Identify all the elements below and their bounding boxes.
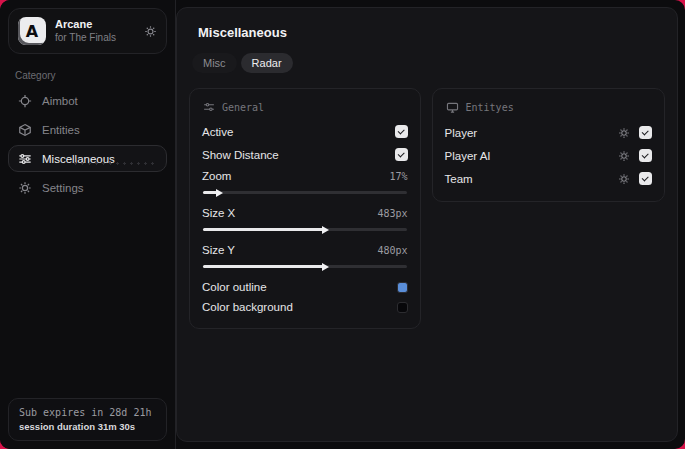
subscription-card: Sub expires in 28d 21h session duration … [8,398,167,441]
page-title: Miscellaneous [198,25,665,40]
crosshair-icon [18,94,32,108]
slider-fill [203,228,325,231]
setting-row-size-y: Size Y 480px [202,240,408,268]
gear-icon[interactable] [618,127,630,139]
app-title: Arcane [55,18,135,32]
setting-label: Show Distance [202,149,279,161]
panel-header-label: General [222,102,264,113]
entity-label: Player [445,127,478,139]
category-label: Category [15,70,167,81]
entity-label: Team [445,173,473,185]
sidebar-item-label: Settings [42,182,84,194]
check-icon [642,128,649,135]
setting-row-size-x: Size X 483px [202,203,408,231]
setting-label: Zoom [202,170,231,182]
entity-label: Player AI [445,150,491,162]
sidebar-nav: Aimbot Entities Miscellaneous [8,87,167,201]
logo-card: A Arcane for The Finals [8,8,167,54]
player-checkbox[interactable] [639,126,652,139]
panel-header-label: Entityes [466,102,514,113]
setting-row-show-distance: Show Distance [202,143,408,166]
slider-thumb[interactable] [216,189,223,197]
tab-radar[interactable]: Radar [241,53,293,73]
sub-expiry-text: Sub expires in 28d 21h [19,407,156,418]
sidebar-item-label: Aimbot [42,95,78,107]
sidebar-item-settings[interactable]: Settings [8,174,167,201]
dot-pattern-decoration [72,160,156,167]
setting-row-zoom: Zoom 17% [202,166,408,194]
size-x-slider[interactable] [203,228,407,231]
monitor-icon [446,101,459,114]
entity-row-player: Player [445,121,652,144]
setting-label: Color background [202,301,293,313]
entities-panel: Entityes Player Player AI [432,88,665,202]
setting-label: Color outline [202,281,267,293]
active-checkbox[interactable] [395,125,408,138]
color-background-swatch[interactable] [397,302,408,313]
check-icon [397,150,404,157]
show-distance-checkbox[interactable] [395,148,408,161]
session-duration-text: session duration 31m 30s [19,421,156,432]
gear-icon[interactable] [144,25,157,38]
app-window: A Arcane for The Finals Category Aimbot [0,0,685,449]
sliders-icon [18,152,32,166]
app-subtitle: for The Finals [55,32,135,45]
slider-fill [203,265,325,268]
tab-misc[interactable]: Misc [192,53,237,73]
entity-row-player-ai: Player AI [445,144,652,167]
check-icon [642,174,649,181]
setting-row-active: Active [202,120,408,143]
color-outline-swatch[interactable] [397,282,408,293]
sidebar: A Arcane for The Finals Category Aimbot [0,0,176,449]
general-panel: General Active Show Distance Zoom 17% [189,88,421,329]
setting-label: Size Y [202,244,235,256]
gear-icon[interactable] [618,173,630,185]
gear-icon[interactable] [618,150,630,162]
zoom-slider[interactable] [203,191,407,194]
setting-label: Size X [202,207,235,219]
entity-row-team: Team [445,167,652,190]
check-icon [642,151,649,158]
zoom-value: 17% [389,171,407,182]
gear-icon [18,181,32,195]
sidebar-item-miscellaneous[interactable]: Miscellaneous [8,145,167,172]
sliders-icon [203,101,215,113]
size-y-slider[interactable] [203,265,407,268]
setting-label: Active [202,126,233,138]
size-x-value: 483px [377,208,407,219]
main-panel: Miscellaneous Misc Radar General Active [176,7,678,442]
sidebar-item-aimbot[interactable]: Aimbot [8,87,167,114]
sidebar-item-entities[interactable]: Entities [8,116,167,143]
entities-box-icon [18,123,32,137]
check-icon [397,127,404,134]
slider-thumb[interactable] [322,226,329,234]
size-y-value: 480px [377,245,407,256]
player-ai-checkbox[interactable] [639,149,652,162]
setting-row-color-outline: Color outline [202,277,408,297]
tab-bar: Misc Radar [192,53,665,73]
sidebar-item-label: Entities [42,124,80,136]
slider-thumb[interactable] [322,263,329,271]
team-checkbox[interactable] [639,172,652,185]
setting-row-color-background: Color background [202,297,408,317]
app-logo: A [18,17,46,45]
